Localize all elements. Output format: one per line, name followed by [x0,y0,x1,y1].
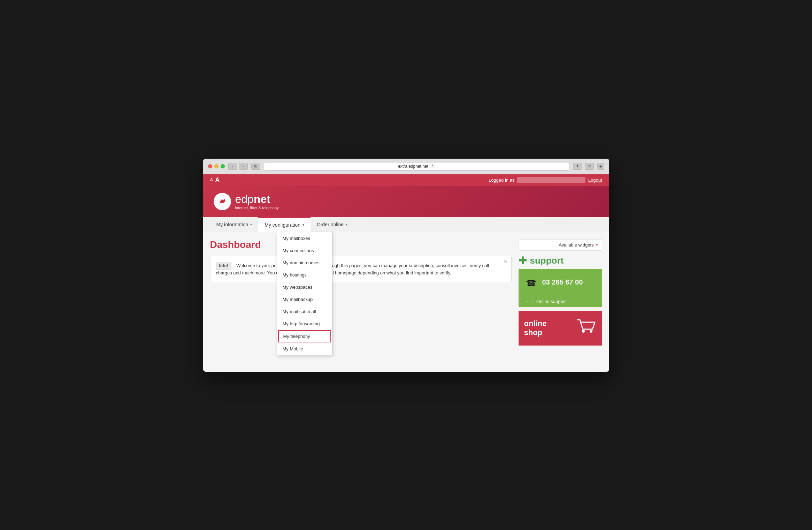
maximize-button[interactable] [221,164,225,168]
nav-label-order-online: Order online [317,222,344,227]
url-text: extra.edpnet.net [398,164,428,169]
browser-titlebar: ‹ › ⊞ extra.edpnet.net ↻ ⬆ ⧉ + [203,159,609,174]
arrow-right-icon: → [524,299,529,304]
reload-button[interactable]: ↻ [431,164,435,169]
shop-text: online shop [524,319,547,338]
shop-widget[interactable]: online shop [519,311,602,346]
dropdown-item-mailbackup[interactable]: My mailbackup [277,293,332,305]
phone-number: 03 265 67 00 [542,278,583,286]
support-cross-icon: ✚ [519,255,527,266]
nav-bar: My information ▾ My configuration ▾ Orde… [203,217,609,232]
font-size-controls: A A [210,176,220,184]
online-support-link[interactable]: → → Online support [519,296,602,307]
sidebar-right: Available widgets ▾ ✚ support [519,239,602,346]
nav-item-my-configuration[interactable]: My configuration ▾ [258,217,311,232]
logo-area: edpnet internet, fiber & telephony [214,193,599,210]
svg-point-5 [590,330,592,333]
logo-name: edpnet [235,193,279,206]
traffic-lights [208,164,225,168]
nav-label-my-information: My information [216,222,248,227]
logged-in-label: Logged in as [489,177,514,183]
info-label: Info! [216,262,231,270]
support-header: ✚ support [519,255,602,266]
nav-item-order-online[interactable]: Order online ▾ [311,217,354,232]
address-bar[interactable]: extra.edpnet.net ↻ [264,162,569,171]
info-text: Welcome to your personal page at edpnet.… [216,263,489,275]
dropdown-item-domain-names[interactable]: My domain names [277,257,332,269]
support-widget: ✚ support ☎ 03 265 67 00 [519,255,602,307]
shopping-cart-icon [576,318,597,339]
cart-svg [576,318,597,335]
online-support-label: → Online support [531,299,566,304]
nav-label-my-configuration: My configuration [265,222,300,228]
content-area: Dashboard ✕ Info! Welcome to your person… [210,239,512,282]
logo-edp: edp [235,193,254,205]
dropdown-item-mailboxes[interactable]: My mailboxes [277,232,332,244]
username-display: ████████████████ [517,177,585,183]
widgets-header: Available widgets ▾ [519,239,602,251]
top-bar: A A Logged in as ████████████████ Logout [203,174,609,186]
logo-net: net [254,193,270,205]
svg-text:☎: ☎ [526,278,536,288]
phone-widget: ☎ 03 265 67 00 [519,269,602,296]
info-box: ✕ Info! Welcome to your personal page at… [210,256,512,282]
logo-svg [217,196,228,207]
browser-window: ‹ › ⊞ extra.edpnet.net ↻ ⬆ ⧉ + A A Logge… [203,159,609,372]
dropdown-item-hostings[interactable]: My hostings [277,269,332,281]
page-content: A A Logged in as ████████████████ Logout [203,174,609,372]
shop-text-line2: shop [524,328,547,337]
site-header: edpnet internet, fiber & telephony [203,186,609,217]
login-info: Logged in as ████████████████ Logout [489,177,602,183]
chevron-down-icon: ▾ [346,222,347,226]
chevron-down-icon: ▾ [302,223,304,227]
support-text: support [530,255,564,266]
phone-icon: ☎ [524,274,538,291]
dropdown-item-webspaces[interactable]: My webspaces [277,281,332,293]
logo-tagline: internet, fiber & telephony [235,206,279,210]
logo-icon [214,193,231,210]
logo-text: edpnet internet, fiber & telephony [235,193,279,210]
main-area: Dashboard ✕ Info! Welcome to your person… [203,232,609,372]
widgets-label: Available widgets [559,242,593,248]
font-large-button[interactable]: A [215,176,220,184]
logout-button[interactable]: Logout [588,177,602,183]
new-tab-button[interactable]: + [597,163,604,170]
tabs-button[interactable]: ⧉ [585,163,594,170]
font-small-button[interactable]: A [210,177,213,182]
nav-item-my-information[interactable]: My information ▾ [210,217,259,232]
minimize-button[interactable] [214,164,219,168]
close-button[interactable] [208,164,212,168]
widgets-dropdown-arrow-icon: ▾ [596,243,598,247]
back-button[interactable]: ‹ [228,163,237,170]
forward-button[interactable]: › [239,163,248,170]
close-icon[interactable]: ✕ [504,259,508,265]
share-button[interactable]: ⬆ [573,163,582,170]
dropdown-item-connections[interactable]: My connections [277,244,332,257]
dropdown-item-http-forwarding[interactable]: My http forwarding [277,318,332,330]
dropdown-menu: My mailboxes My connections My domain na… [277,232,332,355]
chevron-down-icon: ▾ [250,222,252,226]
dropdown-item-mobile[interactable]: My Mobile [277,343,332,355]
nav-buttons: ‹ › [228,163,248,170]
page-title: Dashboard [210,239,512,250]
sidebar-toggle-button[interactable]: ⊞ [251,163,260,170]
dropdown-item-mail-catch-all[interactable]: My mail catch all [277,305,332,318]
svg-point-4 [582,330,585,333]
browser-actions: ⬆ ⧉ [573,163,594,170]
dropdown-item-telephony[interactable]: My telephony [278,330,331,342]
shop-text-line1: online [524,319,547,328]
phone-svg: ☎ [524,274,538,288]
